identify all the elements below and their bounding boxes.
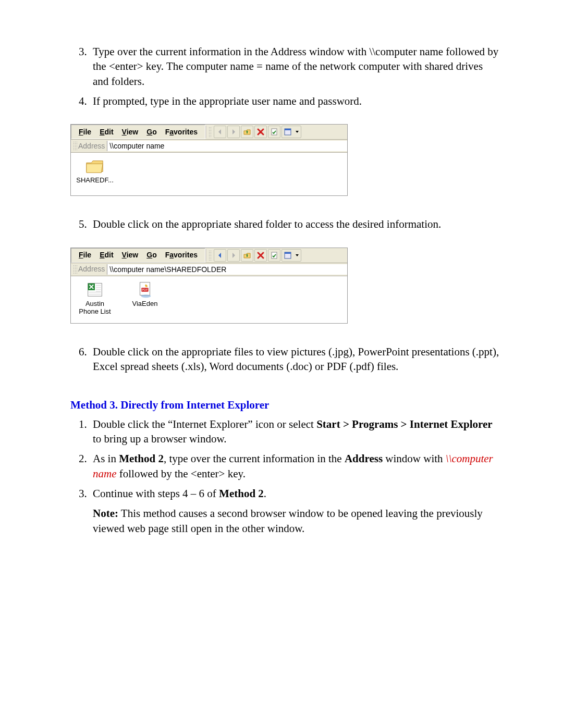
svg-text:PDF: PDF — [142, 288, 148, 291]
content-area: Austin Phone List PDF ViaEden — [71, 276, 347, 323]
back-button[interactable] — [214, 126, 226, 138]
folder-item-sharedf[interactable]: SHAREDF... — [76, 157, 114, 188]
text-bold: Method 2 — [219, 487, 264, 500]
file-item-pdf[interactable]: PDF ViaEden — [126, 280, 164, 316]
address-grip[interactable] — [73, 141, 77, 151]
chevron-down-icon — [295, 253, 299, 257]
text-bold: Method 2 — [119, 452, 164, 465]
method-3-list: Double click the “Internet Explorer” ico… — [70, 417, 500, 536]
address-input[interactable]: \\computer name — [107, 141, 347, 151]
menu-go[interactable]: Go — [142, 249, 161, 261]
menu-view[interactable]: View — [118, 126, 143, 138]
address-grip[interactable] — [73, 265, 77, 274]
note-text: This method causes a second browser wind… — [93, 507, 483, 534]
pdf-icon: PDF — [135, 280, 155, 299]
svg-rect-5 — [285, 252, 291, 254]
menu-go[interactable]: Go — [142, 126, 161, 138]
address-label: Address — [78, 264, 107, 274]
toolbar-grip[interactable] — [209, 250, 212, 261]
views-button[interactable] — [282, 249, 301, 262]
up-folder-icon — [243, 251, 251, 260]
file-label: Austin Phone List — [76, 300, 114, 316]
text: to bring up a browser window. — [93, 433, 226, 445]
method-3-heading: Method 3. Directly from Internet Explore… — [70, 398, 500, 412]
menu-edit[interactable]: Edit — [95, 126, 117, 138]
up-button[interactable] — [241, 249, 253, 262]
text: , type over the current information in t… — [164, 452, 345, 465]
text: followed by the <enter> key. — [117, 467, 246, 480]
instruction-list-a: Type over the current information in the… — [70, 44, 500, 108]
chevron-down-icon — [295, 130, 299, 134]
forward-arrow-icon — [229, 251, 238, 260]
text: As in — [93, 452, 119, 465]
svg-rect-3 — [272, 252, 277, 258]
svg-point-11 — [141, 294, 151, 298]
address-input[interactable]: \\computer name\SHAREDFOLDER — [107, 264, 347, 275]
step-3: Type over the current information in the… — [90, 44, 500, 89]
back-arrow-icon — [216, 128, 224, 136]
text-bold: Address — [345, 452, 383, 465]
file-item-xls[interactable]: Austin Phone List — [76, 280, 114, 316]
delete-button[interactable] — [254, 249, 267, 262]
instruction-list-b: Double click on the appropriate shared f… — [70, 217, 500, 231]
note: Note: This method causes a second browse… — [93, 506, 500, 536]
menu-favorites[interactable]: Favorites — [161, 126, 202, 138]
views-icon — [284, 251, 292, 260]
svg-rect-2 — [285, 129, 291, 130]
forward-arrow-icon — [229, 128, 238, 136]
content-area: SHAREDF... — [71, 153, 347, 195]
menubar: File Edit View Go Favorites — [71, 248, 347, 263]
text-bold: Start > Programs > Internet Explorer — [316, 418, 493, 430]
text: window with — [383, 452, 446, 465]
explorer-window-1: File Edit View Go Favorites — [70, 124, 348, 196]
menu-file[interactable]: File — [75, 249, 95, 261]
delete-x-icon — [256, 251, 265, 260]
address-bar: Address \\computer name — [71, 140, 347, 153]
file-label: ViaEden — [132, 300, 158, 308]
delete-x-icon — [256, 128, 265, 136]
folder-icon — [85, 157, 105, 176]
m3-step-2: As in Method 2, type over the current in… — [90, 451, 500, 481]
menubar: File Edit View Go Favorites — [71, 125, 347, 140]
address-bar: Address \\computer name\SHAREDFOLDER — [71, 263, 347, 276]
properties-icon — [270, 251, 278, 260]
address-label: Address — [78, 141, 107, 151]
text: . — [264, 487, 266, 500]
step-6: Double click on the appropriate files to… — [90, 344, 500, 374]
views-button[interactable] — [282, 126, 301, 138]
properties-icon — [270, 128, 278, 136]
properties-button[interactable] — [268, 249, 280, 262]
note-label: Note: — [93, 507, 118, 520]
back-button[interactable] — [214, 249, 226, 262]
delete-button[interactable] — [254, 126, 267, 138]
explorer-window-2: File Edit View Go Favorites — [70, 248, 348, 324]
folder-label: SHAREDF... — [76, 177, 114, 184]
m3-step-1: Double click the “Internet Explorer” ico… — [90, 417, 500, 447]
text: Double click the “Internet Explorer” ico… — [93, 418, 316, 430]
back-arrow-icon — [216, 251, 224, 260]
up-folder-icon — [243, 128, 251, 136]
text: Continue with steps 4 – 6 of — [93, 487, 219, 500]
svg-rect-0 — [272, 129, 277, 135]
forward-button[interactable] — [227, 249, 240, 262]
excel-icon — [85, 280, 105, 299]
toolbar — [205, 249, 303, 262]
properties-button[interactable] — [268, 126, 280, 138]
instruction-list-c: Double click on the appropriate files to… — [70, 344, 500, 374]
menu-edit[interactable]: Edit — [95, 249, 117, 261]
toolbar — [205, 126, 303, 138]
menu-file[interactable]: File — [75, 126, 95, 138]
step-4: If prompted, type in the appropriate use… — [90, 94, 500, 108]
m3-step-3: Continue with steps 4 – 6 of Method 2. N… — [90, 486, 500, 536]
menu-favorites[interactable]: Favorites — [161, 249, 202, 261]
step-5: Double click on the appropriate shared f… — [90, 217, 500, 231]
menu-view[interactable]: View — [118, 249, 143, 261]
toolbar-grip[interactable] — [209, 127, 212, 137]
up-button[interactable] — [241, 126, 253, 138]
forward-button[interactable] — [227, 126, 240, 138]
views-icon — [284, 128, 292, 136]
